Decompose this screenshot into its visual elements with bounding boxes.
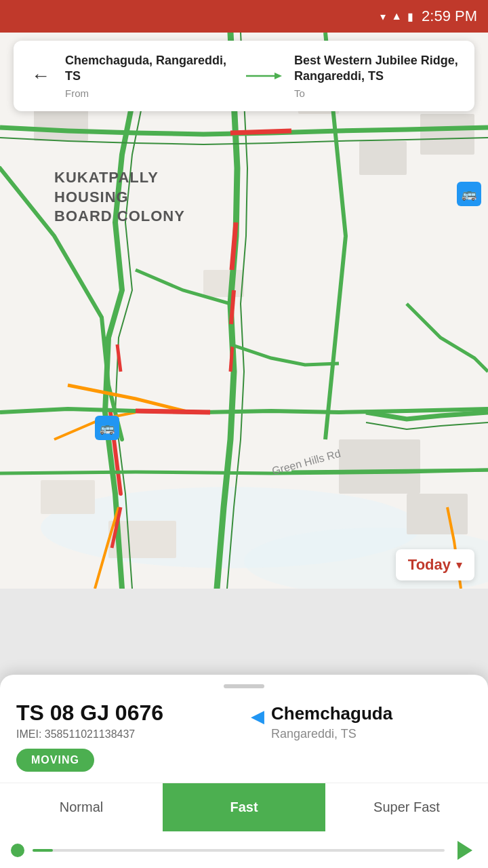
tab-fast[interactable]: Fast — [163, 783, 325, 831]
progress-fill — [33, 849, 53, 852]
svg-rect-5 — [339, 439, 420, 494]
play-icon — [458, 841, 472, 860]
battery-icon: ▮ — [407, 10, 413, 23]
transit-icon-top: 🚌 — [457, 182, 481, 206]
progress-start-dot — [11, 844, 24, 857]
vehicle-info: TS 08 GJ 0676 IMEI: 358511021138437 MOVI… — [0, 694, 488, 783]
status-bar: ▾ ▲ ▮ 2:59 PM — [0, 0, 488, 33]
route-card: ← Chemchaguda, Rangareddi, TS From Best … — [14, 41, 474, 111]
play-button[interactable] — [453, 838, 477, 863]
svg-marker-13 — [274, 73, 282, 79]
back-button[interactable]: ← — [27, 62, 54, 90]
vehicle-plate: TS 08 GJ 0676 — [16, 701, 237, 726]
today-label: Today — [408, 556, 451, 574]
transit-icon-mid: 🚌 — [95, 416, 119, 440]
moving-badge: MOVING — [16, 749, 94, 772]
location-place: Chemchaguda — [271, 703, 392, 724]
location-text: Chemchaguda Rangareddi, TS — [271, 703, 392, 741]
to-label: To — [294, 87, 461, 99]
tab-fast-label: Fast — [230, 800, 258, 815]
map-area-label: KUKATPALLYHOUSINGBOARD COLONY — [54, 168, 185, 226]
tab-normal-label: Normal — [60, 800, 103, 815]
map-roads-svg — [0, 33, 488, 589]
svg-rect-6 — [407, 494, 468, 534]
vehicle-details: TS 08 GJ 0676 IMEI: 358511021138437 MOVI… — [16, 701, 237, 772]
speed-tabs: Normal Fast Super Fast — [0, 783, 488, 831]
route-from: Chemchaguda, Rangareddi, TS From — [65, 53, 232, 99]
tab-super-fast[interactable]: Super Fast — [325, 783, 488, 831]
map-area: KUKATPALLYHOUSINGBOARD COLONY KUKATPALLY… — [0, 33, 488, 589]
progress-track[interactable] — [33, 849, 445, 852]
back-arrow-icon: ← — [31, 65, 50, 87]
svg-rect-7 — [41, 480, 95, 514]
tab-super-fast-label: Super Fast — [373, 800, 440, 815]
status-icons: ▾ ▲ ▮ — [380, 10, 413, 23]
svg-rect-9 — [359, 141, 407, 175]
vehicle-imei: IMEI: 358511021138437 — [16, 728, 237, 741]
signal-icon: ▲ — [391, 10, 402, 22]
nav-icon: ◀ — [251, 706, 264, 727]
today-chevron-icon: ▾ — [456, 557, 462, 572]
from-label: From — [65, 87, 232, 99]
panel-handle — [224, 684, 264, 688]
wifi-icon: ▾ — [380, 10, 386, 23]
svg-rect-10 — [420, 114, 474, 155]
status-time: 2:59 PM — [422, 7, 477, 25]
panel-handle-area[interactable] — [0, 675, 488, 694]
location-info: ◀ Chemchaguda Rangareddi, TS — [251, 701, 472, 741]
route-to: Best Western Jubilee Ridge, Rangareddi, … — [294, 53, 461, 99]
today-button[interactable]: Today ▾ — [396, 549, 474, 580]
bottom-panel: TS 08 GJ 0676 IMEI: 358511021138437 MOVI… — [0, 675, 488, 868]
svg-rect-4 — [203, 270, 244, 297]
from-place-name: Chemchaguda, Rangareddi, TS — [65, 53, 232, 85]
location-sub: Rangareddi, TS — [271, 727, 392, 741]
progress-bar-area — [0, 831, 488, 868]
tab-normal[interactable]: Normal — [0, 783, 163, 831]
to-place-name: Best Western Jubilee Ridge, Rangareddi, … — [294, 53, 461, 85]
route-arrow — [243, 69, 283, 83]
